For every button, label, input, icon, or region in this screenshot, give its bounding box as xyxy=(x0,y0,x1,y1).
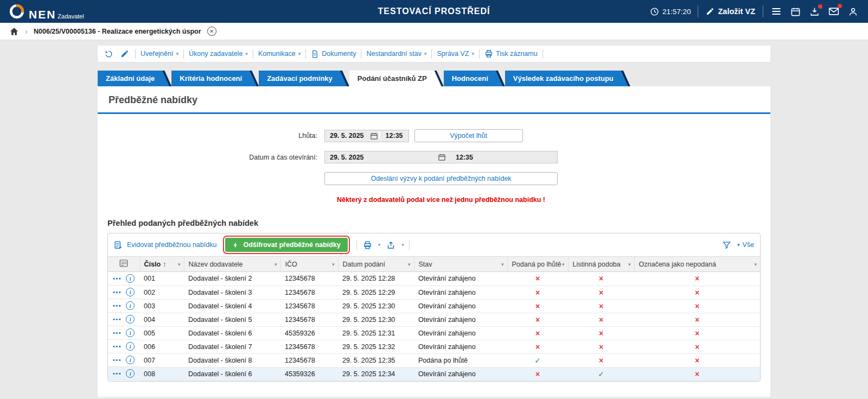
toolbar-link-uverejneni[interactable]: Uveřejnění▾ xyxy=(141,50,178,58)
cell-marked-not-submitted: × xyxy=(634,353,760,367)
row-menu-icon[interactable]: ••• xyxy=(113,275,122,282)
clock: 21:57:20 xyxy=(650,7,691,16)
info-icon[interactable]: i xyxy=(126,356,135,364)
send-call-button[interactable]: Odeslání výzvy k podání předběžných nabí… xyxy=(324,172,558,185)
page-title: Předběžné nabídky xyxy=(108,94,761,106)
opening-date-value[interactable]: 29. 5. 2025 xyxy=(325,154,437,161)
opening-time-value[interactable]: 12:35 xyxy=(450,154,478,161)
create-vz-button[interactable]: Založit VZ xyxy=(705,6,756,17)
toolbar-link-nestandardni-stav[interactable]: Nestandardní stav▾ xyxy=(366,50,426,58)
tab-zakladni-udaje[interactable]: Základní údaje xyxy=(98,71,171,86)
chevron-down-icon[interactable]: ▾ xyxy=(275,262,277,267)
deadline-date-value[interactable]: 29. 5. 2025 xyxy=(325,132,369,140)
chevron-down-icon[interactable]: ▾ xyxy=(562,262,565,267)
chevron-down-icon[interactable]: ▾ xyxy=(628,262,631,267)
cell-supplier: Dodavatel - školení 4 xyxy=(184,299,280,313)
info-icon[interactable]: i xyxy=(126,274,135,283)
cell-number: 004 xyxy=(139,313,184,326)
nen-logo-icon xyxy=(9,3,25,20)
calendar-icon[interactable] xyxy=(369,132,379,140)
deadline-datetime-field[interactable]: 29. 5. 2025 12:35 xyxy=(324,130,409,142)
row-menu-icon[interactable]: ••• xyxy=(113,289,122,295)
toolbar-link-sprava-vz[interactable]: Správa VZ▾ xyxy=(437,50,474,58)
info-icon[interactable]: i xyxy=(126,288,135,296)
row-menu-icon[interactable]: ••• xyxy=(113,357,122,363)
tab-hodnoceni[interactable]: Hodnocení xyxy=(444,71,505,86)
chevron-down-icon[interactable]: ▾ xyxy=(401,243,404,248)
table-row[interactable]: •••i006Dodavatel - školení 71234567829. … xyxy=(108,340,760,353)
table-row[interactable]: •••i004Dodavatel - školení 51234567829. … xyxy=(108,313,760,326)
row-menu-icon[interactable]: ••• xyxy=(113,316,122,322)
chevron-down-icon[interactable]: ▾ xyxy=(378,243,381,248)
row-menu-icon[interactable]: ••• xyxy=(113,343,122,350)
calculate-deadlines-button[interactable]: Výpočet lhůt xyxy=(414,129,523,142)
header-cislo[interactable]: Číslo↑▾ xyxy=(139,257,184,272)
cell-number: 008 xyxy=(139,367,184,381)
filter-icon[interactable] xyxy=(721,239,732,251)
grid-export-button[interactable] xyxy=(385,239,397,251)
tab-zadavaci-podminky[interactable]: Zadávací podmínky xyxy=(259,71,349,86)
row-menu-icon[interactable]: ••• xyxy=(113,330,122,336)
row-menu-icon[interactable]: ••• xyxy=(113,302,122,309)
menu-button[interactable] xyxy=(770,5,783,18)
printer-icon xyxy=(484,49,493,58)
filter-all-dropdown[interactable]: ▾ Vše xyxy=(737,241,754,249)
header-listinna-podoba[interactable]: Listinná podoba▾ xyxy=(568,257,634,272)
close-record-icon[interactable]: ✕ xyxy=(207,27,216,36)
tab-vysledek-zadavaciho-postupu[interactable]: Výsledek zadávacího postupu xyxy=(505,71,630,86)
tab-kriteria-hodnoceni[interactable]: Kritéria hodnocení xyxy=(171,71,259,86)
header-ico[interactable]: IČO▾ xyxy=(280,257,338,272)
cell-late-submission: × xyxy=(507,272,568,286)
nen-logo[interactable]: NEN Zadavatel xyxy=(9,3,84,20)
edit-record-button[interactable] xyxy=(119,48,130,59)
calendar-icon[interactable] xyxy=(437,153,447,161)
cross-icon: × xyxy=(535,370,540,378)
profile-button[interactable] xyxy=(847,5,859,18)
table-row[interactable]: •••i003Dodavatel - školení 41234567829. … xyxy=(108,299,760,313)
cell-late-submission: × xyxy=(507,326,568,340)
breadcrumb: › N006/25/V00005136 - Realizace energeti… xyxy=(0,23,868,40)
tab-podani-ucastniku-zp[interactable]: Podání účastníků ZP xyxy=(349,71,444,86)
column-settings-icon[interactable] xyxy=(119,258,129,268)
chevron-down-icon[interactable]: ▾ xyxy=(332,262,335,267)
toolbar-link-dokumenty[interactable]: Dokumenty xyxy=(311,50,356,58)
grid-print-button[interactable] xyxy=(362,239,373,251)
table-row[interactable]: •••i005Dodavatel - školení 64535932629. … xyxy=(108,326,760,340)
chevron-down-icon[interactable]: ▾ xyxy=(178,262,181,267)
table-row[interactable]: •••i008Dodavatel - školení 64535932629. … xyxy=(108,367,760,381)
table-row[interactable]: •••i007Dodavatel - školení 81234567829. … xyxy=(108,353,760,367)
header-datum-podani[interactable]: Datum podání▾ xyxy=(338,257,414,272)
info-icon[interactable]: i xyxy=(126,342,135,351)
toolbar-separator xyxy=(431,49,432,59)
row-menu-icon[interactable]: ••• xyxy=(113,370,122,377)
toolbar-link-tisk-zaznamu[interactable]: Tisk záznamu xyxy=(484,49,538,58)
info-icon[interactable]: i xyxy=(126,369,135,378)
toolbar-link-komunikace[interactable]: Komunikace▾ xyxy=(258,50,301,58)
messages-button[interactable] xyxy=(827,5,840,18)
cell-status: Podána po lhůtě xyxy=(414,353,507,367)
table-row[interactable]: •••i002Dodavatel - školení 31234567829. … xyxy=(108,286,760,299)
decrypt-bids-button[interactable]: Odšifrovat předběžné nabídky xyxy=(225,238,347,252)
downloads-button[interactable] xyxy=(808,5,821,18)
chevron-down-icon[interactable]: ▾ xyxy=(501,262,504,267)
header-oznacena-jako-nepodana[interactable]: Označena jako nepodaná▾ xyxy=(634,257,760,272)
chevron-down-icon: ▾ xyxy=(737,243,740,248)
header-stav[interactable]: Stav▾ xyxy=(414,257,507,272)
toolbar-link-ukony-zadavatele[interactable]: Úkony zadavatele▾ xyxy=(189,50,248,58)
column-settings-header[interactable] xyxy=(108,257,139,272)
home-icon[interactable] xyxy=(9,27,19,36)
breadcrumb-current[interactable]: N006/25/V00005136 - Realizace energetick… xyxy=(34,28,201,35)
register-bid-button[interactable]: Evidovat předběžnou nabídku xyxy=(114,240,216,250)
history-button[interactable] xyxy=(103,48,114,60)
chevron-down-icon[interactable]: ▾ xyxy=(408,262,411,267)
info-icon[interactable]: i xyxy=(126,328,135,337)
chevron-down-icon[interactable]: ▾ xyxy=(754,262,757,267)
info-icon[interactable]: i xyxy=(126,315,135,324)
deadline-time-value[interactable]: 12:35 xyxy=(379,132,409,140)
calendar-button[interactable] xyxy=(789,5,802,18)
header-nazev-dodavatele[interactable]: Název dodavatele▾ xyxy=(184,257,280,272)
table-row[interactable]: •••i001Dodavatel - školení 21234567829. … xyxy=(108,272,760,286)
opening-datetime-field[interactable]: 29. 5. 2025 12:35 xyxy=(324,151,558,163)
header-podana-po-lhute[interactable]: Podaná po lhůtě▾ xyxy=(507,257,568,272)
info-icon[interactable]: i xyxy=(126,301,135,310)
